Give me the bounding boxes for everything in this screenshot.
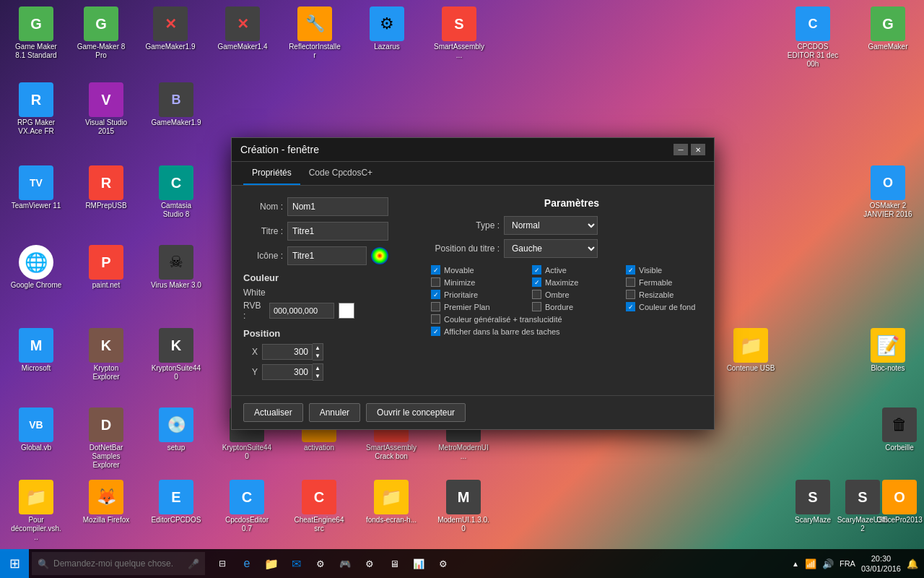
icon-teamviewer[interactable]: TV TeamViewer 11	[7, 163, 65, 213]
icon-gamemaker-8[interactable]: G Game-Maker 8 Pro	[72, 4, 130, 63]
tab-code[interactable]: Code CpcdosC+	[300, 162, 381, 185]
check-movable-box[interactable]	[431, 265, 440, 275]
icon-lazarus[interactable]: ⚙ Lazarus	[358, 4, 416, 54]
icon-cheatengine[interactable]: C CheatEngine64src	[290, 477, 348, 536]
icon-pour-decompiler[interactable]: 📁 Pour décompiler.vsh...	[7, 477, 65, 545]
check-minimize-box[interactable]	[431, 277, 440, 287]
icon-scarymaze[interactable]: S ScaryMaze	[784, 477, 842, 527]
nom-input[interactable]	[287, 197, 388, 216]
icon-cpcdos[interactable]: C CPCDOS EDITOR 31 dec 00h	[784, 4, 842, 72]
taskbar-icon-2[interactable]: 🎮	[334, 552, 357, 575]
color-swatch[interactable]	[339, 303, 354, 319]
check-visible-box[interactable]	[626, 265, 635, 275]
icon-modernui[interactable]: M ModernUI.1.3.0.0	[435, 477, 492, 536]
y-spin-down[interactable]: ▼	[313, 372, 323, 380]
taskbar-icon-4[interactable]: 🖥	[383, 552, 406, 575]
x-spin-down[interactable]: ▼	[313, 352, 323, 360]
icon-fonds-ecran[interactable]: 📁 fonds-ecran-h...	[362, 477, 420, 527]
check-ombre[interactable]: Ombre	[532, 290, 626, 299]
check-prioritaire[interactable]: Prioritaire	[431, 290, 532, 299]
icon-gamemaker-14[interactable]: ✕ GameMaker1.4	[214, 4, 271, 54]
check-couleur-fond[interactable]: Couleur de fond	[626, 302, 712, 311]
taskbar-search-area[interactable]: 🔍 🎤	[32, 552, 205, 575]
icon-gamemaker-std[interactable]: G Game Maker 8.1 Standard	[7, 4, 65, 63]
check-maximize-box[interactable]	[532, 277, 541, 287]
titre-input[interactable]	[287, 222, 388, 241]
check-premier-plan-box[interactable]	[431, 302, 440, 311]
icon-globalvb[interactable]: VB Global.vb	[7, 405, 65, 455]
pos-titre-select[interactable]: Gauche Centre Droite	[504, 239, 598, 258]
icon-kryptonsuite[interactable]: K KryptonSuite440	[147, 325, 205, 384]
icon-contenu-usb[interactable]: 📁 Contenue USB	[722, 325, 780, 376]
icon-reflector[interactable]: 🔧 ReflectorInstaller	[286, 4, 344, 63]
taskbar-icon-1[interactable]: ⚙	[309, 552, 332, 575]
check-movable[interactable]: Movable	[431, 265, 532, 275]
taskbar-icon-folder[interactable]: 📁	[260, 552, 283, 575]
icon-vstudio[interactable]: V Visual Studio 2015	[77, 79, 135, 139]
check-premier-plan[interactable]: Premier Plan	[431, 302, 532, 311]
taskbar-icon-edge[interactable]: e	[235, 552, 258, 575]
check-resizable[interactable]: Resizable	[626, 290, 712, 299]
icon-microsoft[interactable]: M Microsoft	[7, 325, 65, 376]
y-input[interactable]	[262, 364, 313, 380]
icon-osmaker[interactable]: O OSMaker 2 JANVIER 2016	[859, 163, 917, 222]
check-active[interactable]: Active	[532, 265, 626, 275]
close-button[interactable]: ✕	[691, 144, 705, 155]
check-resizable-box[interactable]	[626, 290, 635, 299]
taskbar-chevron[interactable]: ▲	[792, 560, 799, 568]
taskbar-icon-mail[interactable]: ✉	[284, 552, 308, 575]
taskbar-icon-multiview[interactable]: ⊟	[211, 552, 234, 575]
icon-smartassembly[interactable]: S SmartAssembly...	[430, 4, 488, 63]
icon-blend[interactable]: B GameMaker1.9	[147, 79, 205, 130]
check-afficher-barre[interactable]: Afficher dans la barre des taches	[431, 327, 712, 336]
icon-rmprepusb[interactable]: R RMPrepUSB	[77, 163, 135, 213]
check-bordure[interactable]: Bordure	[532, 302, 626, 311]
icon-picker-button[interactable]	[371, 247, 388, 264]
rvb-input[interactable]	[269, 303, 334, 319]
ouvrir-concepteur-button[interactable]: Ouvrir le concepteur	[366, 403, 466, 422]
check-active-box[interactable]	[532, 265, 541, 275]
icon-cpcdoseditor07[interactable]: C CpcdosEditor 0.7	[218, 477, 276, 536]
start-button[interactable]: ⊞	[0, 549, 29, 578]
icon-editorcpcdos[interactable]: E EditorCPCDOS	[147, 477, 205, 527]
icon-setup[interactable]: 💿 setup	[147, 405, 205, 455]
check-ombre-box[interactable]	[532, 290, 541, 299]
icon-rpgmaker[interactable]: R RPG Maker VX.Ace FR	[7, 79, 65, 139]
check-fermable-box[interactable]	[626, 277, 635, 287]
taskbar-icon-6[interactable]: ⚙	[432, 552, 455, 575]
check-bordure-box[interactable]	[532, 302, 541, 311]
check-maximize[interactable]: Maximize	[532, 277, 626, 287]
icon-krypton-explorer[interactable]: K Krypton Explorer	[77, 325, 135, 384]
check-prioritaire-box[interactable]	[431, 290, 440, 299]
check-couleur-generalisee[interactable]: Couleur généralisé + translucidité	[431, 314, 712, 324]
taskbar-notification[interactable]: 🔔	[907, 558, 918, 569]
taskbar-icon-5[interactable]: 📊	[407, 552, 430, 575]
tab-proprietes[interactable]: Propriétés	[243, 162, 300, 185]
taskbar-icon-3[interactable]: ⚙	[358, 552, 381, 575]
icon-corbeille[interactable]: 🗑 Corbeille	[871, 405, 924, 455]
icon-camtasia[interactable]: C Camtasia Studio 8	[147, 163, 205, 222]
icon-officepro[interactable]: O OfficePro2013	[871, 477, 924, 527]
type-select[interactable]: Normal Popup Child	[504, 216, 598, 235]
icon-gamemaker-19[interactable]: ✕ GameMaker1.9	[141, 4, 199, 54]
icon-chrome[interactable]: 🌐 Google Chrome	[7, 242, 65, 293]
check-fermable[interactable]: Fermable	[626, 277, 712, 287]
icon-bloc-notes[interactable]: 📝 Bloc-notes	[859, 325, 917, 376]
actualiser-button[interactable]: Actualiser	[243, 403, 303, 422]
y-spin-up[interactable]: ▲	[313, 364, 323, 372]
x-spin-up[interactable]: ▲	[313, 344, 323, 352]
check-visible[interactable]: Visible	[626, 265, 712, 275]
icon-virusmaker[interactable]: ☠ Virus Maker 3.0	[147, 242, 205, 293]
check-minimize[interactable]: Minimize	[431, 277, 532, 287]
annuler-button[interactable]: Annuler	[309, 403, 360, 422]
icon-dotnetbar[interactable]: D DotNetBar Samples Explorer	[77, 405, 135, 473]
icon-gamemaker-r[interactable]: G GameMaker	[859, 4, 917, 54]
check-afficher-barre-box[interactable]	[431, 327, 440, 336]
icon-firefox[interactable]: 🦊 Mozilla Firefox	[77, 477, 135, 527]
check-couleur-fond-box[interactable]	[626, 302, 635, 311]
icon-paintnet[interactable]: P paint.net	[77, 242, 135, 293]
icone-input[interactable]	[287, 246, 367, 265]
x-input[interactable]	[262, 344, 313, 360]
search-input[interactable]	[53, 558, 183, 569]
check-couleur-gen-box[interactable]	[431, 314, 440, 324]
